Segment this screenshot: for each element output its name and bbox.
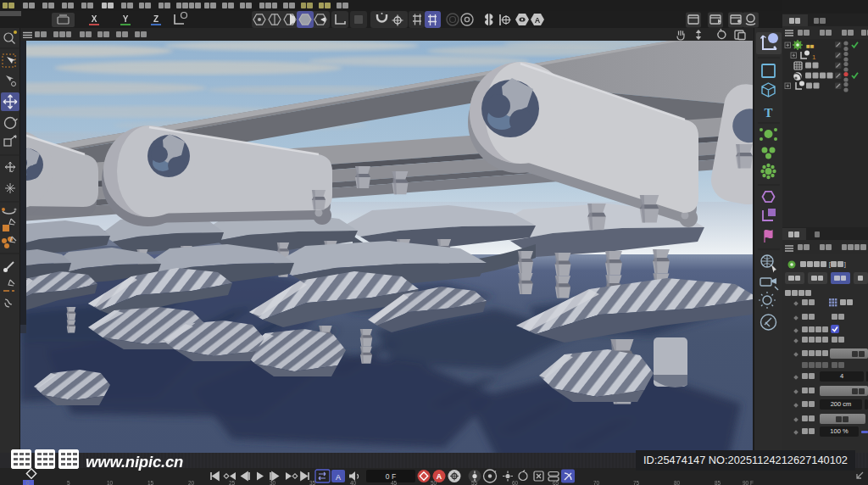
svg-text:A: A [535,16,541,25]
svg-text:X: X [92,14,97,24]
svg-text:A: A [336,473,341,482]
svg-text:A: A [437,472,442,481]
svg-text:Z: Z [153,14,159,24]
svg-text:T: T [764,106,772,120]
svg-text:■■: ■■ [806,42,815,50]
svg-text:1: 1 [812,53,816,61]
svg-text:Y: Y [123,14,129,24]
